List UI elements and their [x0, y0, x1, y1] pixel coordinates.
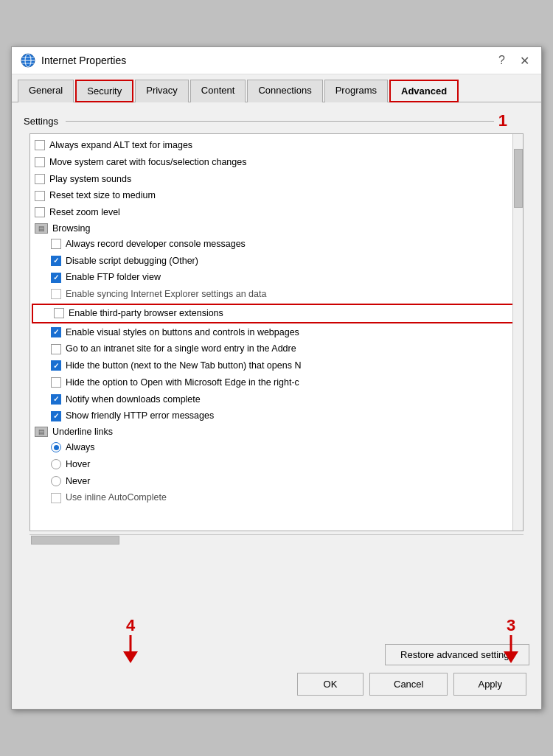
checkbox-console[interactable] — [51, 239, 61, 249]
checkbox-ftp[interactable] — [51, 273, 61, 283]
tab-security[interactable]: Security — [75, 80, 133, 102]
list-item: Use inline AutoComplete — [30, 489, 523, 506]
list-item: Play system sounds — [30, 171, 523, 188]
radio-hover[interactable] — [51, 459, 61, 469]
horizontal-scrollbar[interactable] — [29, 534, 524, 545]
list-item: Enable FTP folder view — [30, 269, 523, 286]
checkbox-sync[interactable] — [51, 289, 61, 299]
title-bar: Internet Properties ? ✕ — [12, 47, 541, 74]
list-item: Hide the button (next to the New Tab but… — [30, 357, 523, 374]
category-browsing: ▤ Browsing — [30, 221, 523, 236]
title-controls: ? ✕ — [495, 54, 532, 68]
list-item: Show friendly HTTP error messages — [30, 407, 523, 424]
restore-settings-button[interactable]: Restore advanced settings — [385, 644, 529, 665]
close-button[interactable]: ✕ — [517, 54, 532, 68]
tab-programs[interactable]: Programs — [324, 80, 388, 102]
apply-button[interactable]: Apply — [453, 673, 526, 696]
tab-advanced[interactable]: Advanced — [389, 80, 459, 102]
category-underline: ▤ Underline links — [30, 424, 523, 439]
list-item: Always — [30, 439, 523, 456]
checkbox-zoom[interactable] — [35, 207, 45, 217]
browsing-icon: ▤ — [35, 223, 48, 234]
list-item: Always record developer console messages — [30, 236, 523, 253]
checkbox-alt-text[interactable] — [35, 140, 45, 150]
checkbox-caret[interactable] — [35, 157, 45, 167]
restore-row: Restore advanced settings — [24, 644, 529, 665]
dialog-content: Settings 1 Always expand ALT text for im… — [12, 102, 541, 637]
radio-always[interactable] — [51, 442, 61, 452]
checkbox-text-size[interactable] — [35, 191, 45, 201]
checkbox-debug[interactable] — [51, 256, 61, 266]
annotation-1: 1 — [498, 111, 507, 130]
scrollbar-thumb[interactable] — [514, 149, 523, 208]
list-item: Enable visual styles on buttons and cont… — [30, 324, 523, 341]
list-item: Enable syncing Internet Explorer setting… — [30, 286, 523, 303]
checkbox-extensions[interactable] — [54, 308, 64, 318]
tab-content[interactable]: Content — [190, 80, 246, 102]
tab-privacy[interactable]: Privacy — [135, 80, 189, 102]
list-item: Disable script debugging (Other) — [30, 253, 523, 270]
checkbox-notify[interactable] — [51, 394, 61, 405]
checkbox-friendly[interactable] — [51, 411, 61, 421]
tab-bar: General Security Privacy Content Connect… — [12, 74, 541, 102]
list-item: Reset text size to medium — [30, 187, 523, 204]
checkbox-autocomplete[interactable] — [51, 493, 61, 503]
ok-button[interactable]: OK — [297, 673, 364, 696]
checkbox-sounds[interactable] — [35, 174, 45, 184]
cancel-button[interactable]: Cancel — [369, 673, 448, 696]
list-item: Hover — [30, 456, 523, 473]
list-item: Notify when downloads complete — [30, 391, 523, 408]
title-left: Internet Properties — [21, 53, 126, 68]
underline-icon: ▤ — [35, 427, 48, 437]
hscrollbar-thumb[interactable] — [31, 536, 119, 545]
vertical-scrollbar[interactable] — [512, 134, 523, 531]
list-item-extensions: Enable third-party browser extensions 2 — [32, 304, 521, 323]
dialog-title: Internet Properties — [41, 55, 126, 66]
list-item: Hide the option to Open with Microsoft E… — [30, 374, 523, 391]
tab-general[interactable]: General — [18, 80, 74, 102]
settings-group-label: Settings — [24, 116, 58, 127]
checkbox-intranet[interactable] — [51, 344, 61, 354]
list-item: Always expand ALT text for images — [30, 137, 523, 154]
help-button[interactable]: ? — [495, 54, 508, 67]
list-item: Move system caret with focus/selection c… — [30, 154, 523, 171]
checkbox-visual-styles[interactable] — [51, 327, 61, 337]
list-item: Go to an intranet site for a single word… — [30, 340, 523, 357]
internet-properties-dialog: Internet Properties ? ✕ General Security… — [11, 46, 542, 710]
checkbox-newtab[interactable] — [51, 360, 61, 371]
bottom-area: Restore advanced settings 4 3 OK C — [12, 637, 541, 709]
list-item: Never — [30, 473, 523, 490]
list-item: Reset zoom level — [30, 204, 523, 221]
app-icon — [21, 53, 35, 68]
tab-connections[interactable]: Connections — [247, 80, 322, 102]
radio-never[interactable] — [51, 476, 61, 486]
settings-list[interactable]: Always expand ALT text for images Move s… — [29, 133, 524, 531]
checkbox-edge[interactable] — [51, 377, 61, 388]
